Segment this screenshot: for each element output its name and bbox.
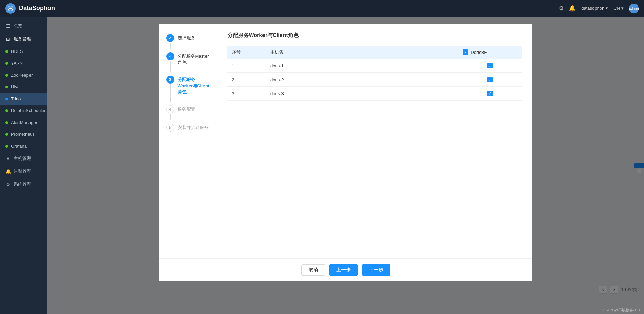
main-content: 添加角色组 < > 10 条/页 ✓ 选择服务 ✓ [47,17,644,314]
hdfs-status-dot [5,50,8,53]
sidebar-item-alert-mgmt[interactable]: 🔔 告警管理 [0,165,47,178]
row-1-hostname: doris-1 [266,59,458,73]
content-area: 分配服务Worker与Client角色 序号 主机名 DorisB [217,24,532,258]
sidebar: ☰ 总览 ⊞ 服务管理 HDFS YARN ZooKeeper Hive Tri… [0,17,47,314]
table-row: 3 doris-3 [227,87,522,101]
logo-icon [5,3,16,14]
table-row: 2 doris-2 [227,73,522,87]
th-dorisbe: DorisBE [458,46,522,59]
user-name[interactable]: datasophon ▾ [581,6,608,11]
step-5: 5 安装并启动服务 [166,124,210,132]
grid-icon: ⊞ [5,36,11,42]
th-hostname: 主机名 [266,46,458,59]
modal-footer: 取消 上一步 下一步 [159,258,532,281]
dolphin-status-dot [5,109,8,112]
row-2-num: 2 [227,73,266,87]
sidebar-item-yarn[interactable]: YARN [0,57,47,69]
step-2-label: 分配服务Master角色 [178,52,210,65]
alert-icon: 🔔 [5,169,11,174]
sidebar-item-grafana[interactable]: Grafana [0,140,47,152]
row-3-num: 3 [227,87,266,101]
sidebar-item-host-mgmt[interactable]: 🖥 主机管理 [0,152,47,165]
admin-avatar[interactable]: admin [629,4,639,13]
logo-text: DataSophon [19,5,55,12]
row-3-dorisbe [458,87,522,101]
header-right: ⚙ 🔔 datasophon ▾ CN ▾ admin [559,4,639,13]
overview-icon: ☰ [5,23,11,29]
step-5-label: 安装并启动服务 [178,124,209,131]
hive-status-dot [5,86,8,88]
sidebar-item-zookeeper[interactable]: ZooKeeper [0,69,47,81]
cancel-button[interactable]: 取消 [301,264,325,276]
alertmanager-status-dot [5,121,8,124]
language-selector[interactable]: CN ▾ [613,6,624,11]
step-1-label: 选择服务 [178,34,195,41]
step-3-circle: 3 [166,76,174,84]
sidebar-item-prometheus[interactable]: Prometheus [0,128,47,140]
th-dorisbe-checkbox[interactable] [463,49,468,55]
step-1-circle: ✓ [166,34,174,42]
sidebar-item-overview[interactable]: ☰ 总览 [0,20,47,33]
system-icon: ⚙ [5,182,11,187]
modal-overlay: ✓ 选择服务 ✓ 分配服务Master角色 3 分配服务Worker与Clien… [47,17,644,314]
row-3-hostname: doris-3 [266,87,458,101]
row-1-dorisbe-checkbox[interactable] [487,63,493,68]
step-3: 3 分配服务Worker与Client角色 [166,76,210,95]
step-1: ✓ 选择服务 [166,34,210,42]
header-left: DataSophon [5,3,55,14]
host-icon: 🖥 [5,156,11,161]
sidebar-item-hive[interactable]: Hive [0,81,47,93]
th-num: 序号 [227,46,266,59]
content-title: 分配服务Worker与Client角色 [227,32,522,39]
step-4-label: 服务配置 [178,105,195,112]
app-layout: ☰ 总览 ⊞ 服务管理 HDFS YARN ZooKeeper Hive Tri… [0,17,644,314]
grafana-status-dot [5,145,8,148]
step-3-label: 分配服务Worker与Client角色 [178,76,210,95]
step-4: 4 服务配置 [166,105,210,113]
sidebar-item-hdfs[interactable]: HDFS [0,45,47,57]
bell-icon[interactable]: 🔔 [569,5,576,12]
step-2: ✓ 分配服务Master角色 [166,52,210,65]
step-5-circle: 5 [166,124,174,132]
step-2-circle: ✓ [166,52,174,60]
zookeeper-status-dot [5,74,8,77]
role-table: 序号 主机名 DorisBE [227,46,522,101]
step-4-circle: 4 [166,105,174,113]
sidebar-item-system-mgmt[interactable]: ⚙ 系统管理 [0,178,47,191]
prev-button[interactable]: 上一步 [329,264,358,276]
row-2-dorisbe [458,73,522,87]
watermark: CSDN @不以物喜2020 [603,308,641,313]
row-1-dorisbe [458,59,522,73]
header: DataSophon ⚙ 🔔 datasophon ▾ CN ▾ admin [0,0,644,17]
next-button[interactable]: 下一步 [362,264,390,276]
row-2-hostname: doris-2 [266,73,458,87]
sidebar-item-alertmanager[interactable]: AlertManager [0,117,47,128]
table-row: 1 doris-1 [227,59,522,73]
row-3-dorisbe-checkbox[interactable] [487,91,493,96]
prometheus-status-dot [5,133,8,136]
trino-status-dot [5,98,8,100]
sidebar-item-trino[interactable]: Trino [0,93,47,105]
yarn-status-dot [5,62,8,65]
steps-panel: ✓ 选择服务 ✓ 分配服务Master角色 3 分配服务Worker与Clien… [159,24,217,258]
sidebar-item-service-mgmt[interactable]: ⊞ 服务管理 [0,33,47,45]
row-1-num: 1 [227,59,266,73]
modal-body: ✓ 选择服务 ✓ 分配服务Master角色 3 分配服务Worker与Clien… [159,24,532,258]
row-2-dorisbe-checkbox[interactable] [487,77,493,82]
table-header-row: 序号 主机名 DorisBE [227,46,522,59]
settings-icon[interactable]: ⚙ [559,5,564,12]
modal: ✓ 选择服务 ✓ 分配服务Master角色 3 分配服务Worker与Clien… [159,24,532,281]
sidebar-item-dolphinscheduler[interactable]: DolphinScheduler [0,105,47,117]
